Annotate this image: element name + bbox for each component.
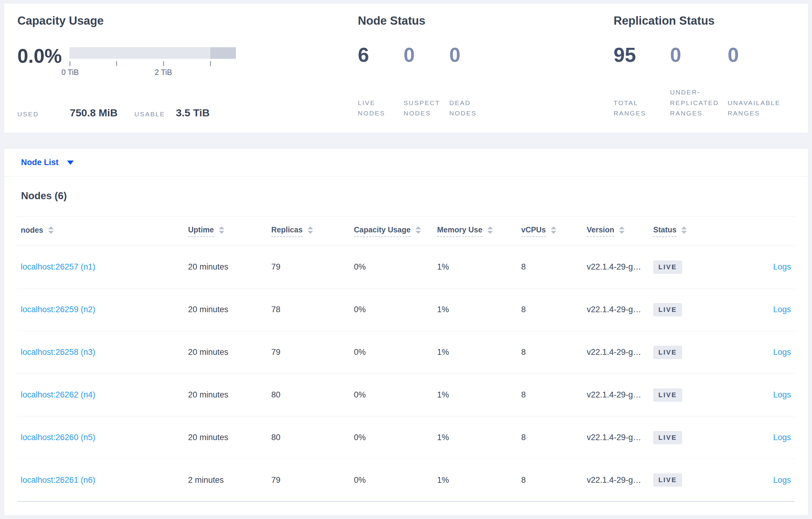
status-cell: LIVE	[653, 431, 725, 445]
column-header-memory-use[interactable]: Memory Use	[437, 225, 521, 237]
node-status-section: Node Status 6 LIVE NODES 0 SUSPECT NODES…	[358, 14, 614, 119]
uptime-cell: 20 minutes	[188, 305, 271, 314]
replicas-cell: 78	[271, 305, 354, 314]
capacity-usage-title: Capacity Usage	[18, 14, 358, 28]
column-header-replicas[interactable]: Replicas	[271, 225, 354, 237]
table-row: localhost:26257 (n1) 20 minutes 79 0% 1%…	[18, 246, 794, 288]
capacity-cell: 0%	[354, 305, 437, 314]
total-ranges-stat: 95 TOTAL RANGES	[614, 45, 670, 119]
logs-link[interactable]: Logs	[773, 433, 791, 442]
sort-icon	[308, 226, 313, 234]
column-header-nodes[interactable]: nodes	[21, 226, 188, 237]
under-replicated-ranges-stat: 0 UNDER-REPLICATED RANGES	[670, 45, 728, 119]
status-cell: LIVE	[653, 261, 725, 274]
uptime-cell: 2 minutes	[188, 476, 271, 485]
unavailable-ranges-stat: 0 UNAVAILABLE RANGES	[728, 45, 794, 119]
live-nodes-label: LIVE NODES	[358, 98, 396, 119]
vcpus-cell: 8	[521, 433, 587, 442]
sort-icon	[551, 226, 556, 234]
suspect-nodes-value: 0	[404, 45, 449, 65]
uptime-cell: 20 minutes	[188, 262, 271, 272]
capacity-cell: 0%	[354, 390, 437, 400]
capacity-percent-value: 0.0%	[18, 46, 69, 66]
memory-cell: 1%	[437, 347, 521, 357]
uptime-cell: 20 minutes	[188, 390, 271, 400]
version-cell: v22.1.4-29-g…	[587, 262, 653, 272]
version-cell: v22.1.4-29-g…	[587, 390, 653, 400]
logs-link[interactable]: Logs	[773, 262, 791, 271]
node-list-selector[interactable]: Node List	[4, 149, 808, 177]
table-row: localhost:26262 (n4) 20 minutes 80 0% 1%…	[18, 374, 794, 416]
node-link[interactable]: localhost:26257 (n1)	[21, 262, 188, 272]
logs-link[interactable]: Logs	[773, 347, 791, 357]
under-replicated-ranges-value: 0	[670, 45, 728, 65]
tick-label-0tib: 0 TiB	[62, 68, 79, 77]
logs-cell: Logs	[725, 347, 791, 357]
node-link[interactable]: localhost:26259 (n2)	[21, 305, 188, 314]
node-list-selector-label[interactable]: Node List	[21, 158, 59, 167]
sort-icon	[415, 226, 421, 234]
logs-cell: Logs	[725, 476, 791, 485]
replication-status-section: Replication Status 95 TOTAL RANGES 0 UND…	[614, 14, 794, 119]
memory-cell: 1%	[437, 476, 521, 485]
dead-nodes-value: 0	[449, 45, 487, 65]
status-badge: LIVE	[653, 303, 682, 316]
vcpus-cell: 8	[521, 305, 587, 314]
usable-label: USABLE	[135, 111, 176, 118]
sort-icon	[619, 226, 625, 234]
capacity-bar-dark-segment	[210, 47, 236, 59]
node-link[interactable]: localhost:26261 (n6)	[21, 476, 188, 485]
nodes-table-header: nodes Uptime Replicas Capacity Usage Mem…	[18, 216, 794, 246]
suspect-nodes-label: SUSPECT NODES	[404, 98, 442, 119]
logs-link[interactable]: Logs	[773, 476, 791, 485]
memory-cell: 1%	[437, 390, 521, 400]
vcpus-cell: 8	[521, 476, 587, 485]
column-header-capacity-usage[interactable]: Capacity Usage	[354, 225, 437, 237]
capacity-cell: 0%	[354, 347, 437, 357]
status-badge: LIVE	[653, 388, 682, 402]
total-ranges-value: 95	[614, 45, 670, 65]
node-link[interactable]: localhost:26262 (n4)	[21, 390, 188, 400]
memory-cell: 1%	[437, 433, 521, 442]
tick-label-2tib: 2 TiB	[155, 68, 172, 77]
replication-status-title: Replication Status	[614, 14, 794, 28]
logs-link[interactable]: Logs	[773, 305, 791, 314]
column-header-uptime[interactable]: Uptime	[188, 225, 271, 237]
uptime-cell: 20 minutes	[188, 347, 271, 357]
chevron-down-icon	[67, 160, 74, 165]
logs-cell: Logs	[725, 390, 791, 400]
sort-icon	[48, 226, 54, 234]
capacity-cell: 0%	[354, 476, 437, 485]
status-badge: LIVE	[653, 261, 682, 274]
replicas-cell: 80	[271, 433, 354, 442]
status-badge: LIVE	[653, 473, 682, 487]
version-cell: v22.1.4-29-g…	[587, 433, 653, 442]
logs-link[interactable]: Logs	[773, 390, 791, 399]
suspect-nodes-stat: 0 SUSPECT NODES	[404, 45, 449, 119]
column-header-version[interactable]: Version	[587, 225, 653, 237]
nodes-table: nodes Uptime Replicas Capacity Usage Mem…	[18, 216, 794, 501]
memory-cell: 1%	[437, 305, 521, 314]
column-header-vcpus[interactable]: vCPUs	[521, 225, 587, 237]
capacity-cell: 0%	[354, 433, 437, 442]
node-link[interactable]: localhost:26258 (n3)	[21, 347, 188, 357]
table-row: localhost:26259 (n2) 20 minutes 78 0% 1%…	[18, 288, 794, 331]
usable-value: 3.5 TiB	[176, 107, 210, 119]
status-badge: LIVE	[653, 346, 682, 359]
capacity-cell: 0%	[354, 262, 437, 272]
under-replicated-ranges-label: UNDER-REPLICATED RANGES	[670, 87, 727, 119]
status-cell: LIVE	[653, 346, 725, 359]
logs-cell: Logs	[725, 433, 791, 442]
used-value: 750.8 MiB	[70, 107, 135, 119]
table-row: localhost:26261 (n6) 2 minutes 79 0% 1% …	[18, 459, 794, 501]
replicas-cell: 79	[271, 262, 354, 272]
unavailable-ranges-label: UNAVAILABLE RANGES	[728, 98, 794, 119]
dead-nodes-stat: 0 DEAD NODES	[449, 45, 487, 119]
sort-icon	[487, 226, 493, 234]
logs-cell: Logs	[725, 262, 791, 272]
column-header-status[interactable]: Status	[653, 225, 725, 237]
node-list-panel: Node List Nodes (6) nodes Uptime Replica…	[4, 148, 808, 516]
uptime-cell: 20 minutes	[188, 433, 271, 442]
total-ranges-label: TOTAL RANGES	[614, 98, 653, 119]
node-link[interactable]: localhost:26260 (n5)	[21, 433, 188, 442]
